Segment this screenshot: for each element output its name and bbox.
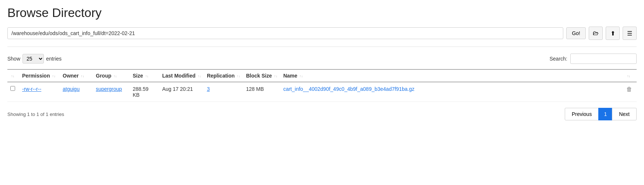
th-name: Name ↑↓ [280,69,623,82]
sort-icon-permission[interactable]: ↑↓ [52,75,55,78]
show-label: Show [7,56,20,62]
go-button[interactable]: Go! [566,27,586,39]
sort-icon-replication[interactable]: ↑↓ [237,75,240,78]
sort-icon-lastmod[interactable]: ↑↓ [198,75,201,78]
sort-icon-name[interactable]: ↑↓ [299,75,303,78]
row-blocksize: 128 MB [243,82,280,102]
size-value: 288.59 KB [133,86,149,98]
row-checkbox-cell [7,82,19,102]
sort-icon-owner[interactable]: ↑↓ [81,75,84,78]
files-table: ↑↓ Permission ↑↓ Owner ↑↓ Group ↑↓ Size … [7,69,637,102]
col-owner-label: Owner [63,73,79,79]
col-size-label: Size [133,73,143,79]
previous-button[interactable]: Previous [565,108,599,120]
table-header-row: ↑↓ Permission ↑↓ Owner ↑↓ Group ↑↓ Size … [7,69,637,82]
owner-link[interactable]: atguigu [63,86,80,92]
row-size: 288.59 KB [130,82,159,102]
sort-icon-size[interactable]: ↑↓ [145,75,149,78]
th-lastmodified: Last Modified ↑↓ [159,69,204,82]
col-permission-label: Permission [22,73,50,79]
show-entries: Show 10 25 50 100 entries [7,54,62,64]
th-owner: Owner ↑↓ [60,69,93,82]
file-link[interactable]: cart_info__4002d90f_49c0_4b9f_a089_b3e4a… [283,86,414,92]
lastmod-value: Aug 17 20:21 [162,86,193,92]
controls-row: Show 10 25 50 100 entries Search: [7,54,637,64]
next-button[interactable]: Next [612,108,637,120]
search-row: Search: [550,54,637,64]
row-lastmodified: Aug 17 20:21 [159,82,204,102]
showing-text: Showing 1 to 1 of 1 entries [7,112,64,117]
table-row: -rw-r--r-- atguigu supergroup 288.59 KB … [7,82,637,102]
sort-icon-group[interactable]: ↑↓ [114,75,117,78]
col-blocksize-label: Block Size [246,73,272,79]
group-link[interactable]: supergroup [96,86,122,92]
sort-icon-action[interactable]: ↑↓ [627,75,630,78]
path-input[interactable] [7,27,563,39]
col-group-label: Group [96,73,111,79]
footer-row: Showing 1 to 1 of 1 entries Previous 1 N… [7,108,637,120]
entries-select[interactable]: 10 25 50 100 [22,54,44,64]
row-checkbox[interactable] [10,86,15,91]
th-checkbox: ↑↓ [7,69,19,82]
replication-link[interactable]: 3 [207,86,210,92]
folder-icon: 🗁 [593,30,599,37]
current-page[interactable]: 1 [598,108,612,120]
th-blocksize: Block Size ↑↓ [243,69,280,82]
list-icon: ☰ [627,30,632,37]
permission-link[interactable]: -rw-r--r-- [22,86,41,92]
list-button[interactable]: ☰ [623,27,637,40]
path-bar: Go! 🗁 ⬆ ☰ [7,27,637,47]
row-replication: 3 [204,82,243,102]
sort-icon-blocksize[interactable]: ↑↓ [274,75,277,78]
col-replication-label: Replication [207,73,234,79]
row-name: cart_info__4002d90f_49c0_4b9f_a089_b3e4a… [280,82,623,102]
pagination: Previous 1 Next [565,108,637,120]
delete-icon[interactable]: 🗑 [626,86,632,92]
upload-icon: ⬆ [610,30,615,37]
search-label: Search: [550,56,567,62]
search-input[interactable] [570,54,637,64]
row-permission: -rw-r--r-- [19,82,60,102]
row-action: 🗑 [623,82,637,102]
col-name-label: Name [283,73,297,79]
entries-label: entries [46,56,62,62]
upload-button[interactable]: ⬆ [606,27,620,40]
col-lastmod-label: Last Modified [162,73,195,79]
th-group: Group ↑↓ [93,69,130,82]
th-action: ↑↓ [623,69,637,82]
row-owner: atguigu [60,82,93,102]
row-group: supergroup [93,82,130,102]
blocksize-value: 128 MB [246,86,264,92]
th-permission: Permission ↑↓ [19,69,60,82]
sort-icon-checkbox[interactable]: ↑↓ [11,75,14,78]
page-title: Browse Directory [7,6,637,20]
folder-icon-button[interactable]: 🗁 [589,27,603,40]
th-replication: Replication ↑↓ [204,69,243,82]
th-size: Size ↑↓ [130,69,159,82]
